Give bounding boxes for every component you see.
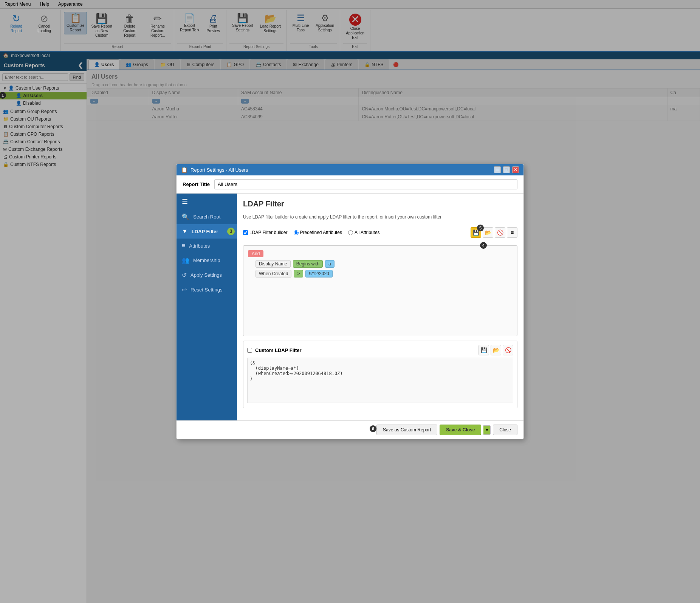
modal-titlebar-buttons: ─ □ ✕ [494,166,519,173]
reset-settings-icon: ↩ [182,286,187,293]
filter-save-button[interactable]: 💾 5 [471,227,481,238]
custom-ldap-section: Custom LDAP Filter 💾 📂 🚫 (& (displayName… [243,341,517,408]
custom-ldap-save-button[interactable]: 💾 [479,345,489,355]
nav-label-search-root: Search Root [193,214,220,220]
ldap-filter-nav-icon: ▼ [182,228,188,235]
cond-val-date[interactable]: 9/12/2020 [305,270,332,277]
radio-predefined[interactable] [294,230,299,235]
save-as-custom-report-button[interactable]: Save as Custom Report [376,425,437,435]
filter-load-button[interactable]: 📂 [483,227,493,238]
filter-toolbar: 💾 5 📂 🚫 ≡ [471,227,517,238]
close-modal-button[interactable]: Close [493,425,517,435]
modal-icon: 📋 [181,167,187,173]
modal-title: Report Settings - All Users [190,167,248,173]
nav-label-attributes: Attributes [189,243,210,249]
cond-op-begins-with[interactable]: Begins with [293,260,323,268]
modal-titlebar: 📋 Report Settings - All Users ─ □ ✕ [177,164,523,175]
nav-badge-3: 3 [227,228,235,235]
cond-val-a[interactable]: a [325,260,335,268]
modal-footer: 6 Save as Custom Report Save & Close ▼ C… [177,420,523,439]
nav-item-search-root[interactable]: 🔍 Search Root [177,209,237,224]
anno-badge-6: 6 [370,425,376,432]
filter-conditions: Display Name Begins with a When Created … [256,260,513,277]
modal-overlay: 📋 Report Settings - All Users ─ □ ✕ Repo… [0,0,700,603]
ldap-filter-builder-label: LDAP Filter builder [249,230,288,235]
filter-and-label: And [248,250,263,257]
filter-options-row: LDAP Filter builder Predefined Attribute… [243,227,517,238]
radio-all-text: All Attributes [355,230,380,235]
filter-and-group: And Display Name Begins with a When Crea… [248,250,513,277]
modal-report-title-row: Report Title [177,175,523,194]
custom-ldap-textarea[interactable]: (& (displayName=a*) (whenCreated>=202009… [247,358,513,403]
custom-ldap-load-button[interactable]: 📂 [491,345,501,355]
nav-item-apply-settings[interactable]: ↺ Apply Settings [177,268,237,282]
modal-minimize-button[interactable]: ─ [494,166,501,173]
nav-label-membership: Membership [193,257,220,263]
nav-hamburger-icon[interactable]: ☰ [177,194,237,209]
search-root-icon: 🔍 [182,213,189,220]
filter-condition-1: Display Name Begins with a [256,260,513,268]
custom-ldap-header: Custom LDAP Filter 💾 📂 🚫 [247,345,513,355]
panel-desc: Use LDAP filter builder to create and ap… [243,214,517,220]
nav-item-membership[interactable]: 👥 Membership [177,253,237,268]
panel-title: LDAP Filter [243,200,517,208]
anno-badge-4: 4 [480,242,487,249]
radio-all[interactable] [348,230,353,235]
custom-ldap-label: Custom LDAP Filter [255,347,302,353]
nav-label-ldap-filter: LDAP Filter [192,229,218,234]
ldap-filter-builder-checkbox[interactable] [243,230,248,235]
cond-op-gt[interactable]: > [294,270,303,277]
filter-clear-button[interactable]: 🚫 [495,227,505,238]
modal-maximize-button[interactable]: □ [503,166,510,173]
nav-item-attributes[interactable]: ≡ Attributes [177,239,237,253]
cond-attr-display-name[interactable]: Display Name [256,260,291,268]
report-settings-modal: 📋 Report Settings - All Users ─ □ ✕ Repo… [176,164,524,439]
modal-content-panel: LDAP Filter Use LDAP filter builder to c… [237,194,523,420]
custom-ldap-toolbar: 💾 📂 🚫 [479,345,513,355]
membership-icon: 👥 [182,257,189,264]
nav-label-reset-settings: Reset Settings [190,287,223,293]
radio-predefined-label[interactable]: Predefined Attributes [294,230,342,235]
custom-ldap-clear-button[interactable]: 🚫 [503,345,513,355]
nav-item-reset-settings[interactable]: ↩ Reset Settings [177,282,237,297]
apply-settings-icon: ↺ [182,271,187,279]
report-title-input[interactable] [214,179,517,189]
filter-condition-2: When Created > 9/12/2020 [256,270,513,277]
report-title-label: Report Title [183,181,210,187]
custom-ldap-checkbox[interactable] [247,348,252,353]
cond-attr-when-created[interactable]: When Created [256,270,291,277]
filter-builder-area: 4 And Display Name Begins with a When Cr… [243,245,517,336]
filter-list-button[interactable]: ≡ [507,227,517,238]
save-and-close-button[interactable]: Save & Close [440,425,481,435]
radio-all-label[interactable]: All Attributes [348,230,380,235]
modal-body: ☰ 🔍 Search Root ▼ LDAP Filter 3 ≡ Attrib… [177,194,523,420]
attributes-icon: ≡ [182,242,185,249]
anno-badge-5: 5 [477,225,484,231]
modal-nav: ☰ 🔍 Search Root ▼ LDAP Filter 3 ≡ Attrib… [177,194,237,420]
modal-close-button[interactable]: ✕ [512,166,519,173]
nav-item-ldap-filter[interactable]: ▼ LDAP Filter 3 [177,224,237,239]
radio-predefined-text: Predefined Attributes [300,230,342,235]
ldap-filter-builder-checkbox-label[interactable]: LDAP Filter builder [243,230,288,235]
save-and-close-dropdown[interactable]: ▼ [483,425,491,435]
nav-label-apply-settings: Apply Settings [190,272,222,278]
